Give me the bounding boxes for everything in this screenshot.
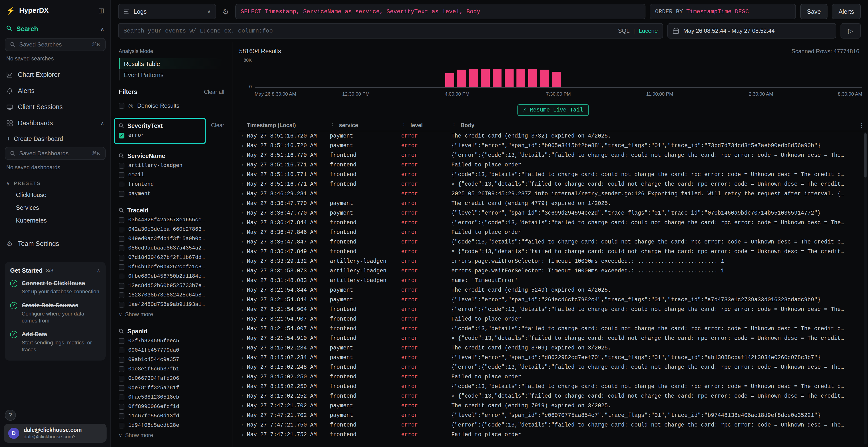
select-query-input[interactable]: SELECT Timestamp, ServiceName as service… — [235, 4, 646, 19]
log-row[interactable]: May 27 8:15:02.250 AM frontend error Fai… — [238, 372, 867, 382]
row-expand-icon[interactable] — [238, 191, 247, 197]
row-expand-icon[interactable] — [238, 422, 247, 428]
show-more-link[interactable]: Show more — [119, 430, 224, 440]
row-expand-icon[interactable] — [238, 249, 247, 254]
row-expand-icon[interactable] — [238, 172, 247, 177]
facet-option[interactable]: 0ff8990066efcf1d — [119, 402, 224, 411]
facet-checkbox[interactable] — [119, 293, 124, 298]
histogram-bar[interactable] — [540, 70, 549, 87]
sidebar-item-clickhouse[interactable]: ClickHouse — [0, 188, 111, 201]
facet-option[interactable]: artillery-loadgen — [119, 161, 224, 170]
sidebar-collapse-icon[interactable]: ◫ — [98, 7, 104, 14]
clear-all-filters-link[interactable]: Clear all — [204, 89, 224, 95]
log-row[interactable]: May 27 8:51:16.720 AM payment error The … — [238, 131, 867, 141]
row-expand-icon[interactable] — [238, 162, 247, 168]
filter-group-header[interactable]: SpanId — [119, 326, 224, 336]
get-started-item[interactable]: Add Data Start sending logs, metrics, or… — [10, 331, 100, 353]
filter-group-header[interactable]: ServiceName — [119, 151, 224, 161]
facet-checkbox[interactable] — [119, 413, 124, 419]
facet-checkbox[interactable] — [119, 338, 124, 344]
histogram-bar[interactable] — [445, 73, 454, 88]
histogram-bar[interactable] — [469, 69, 478, 87]
facet-checkbox[interactable] — [119, 283, 124, 289]
log-row[interactable]: May 27 8:21:54.907 AM frontend error Fai… — [238, 314, 867, 324]
log-row[interactable]: May 27 8:31:53.073 AM artillery-loadgen … — [238, 266, 867, 276]
facet-checkbox[interactable] — [119, 376, 124, 381]
facet-option[interactable]: 0f94b9befe0b4252ccfa1c8… — [119, 262, 224, 272]
sidebar-item-alerts[interactable]: Alerts — [0, 83, 111, 99]
log-row[interactable]: May 27 8:36:47.844 AM frontend error {"e… — [238, 218, 867, 228]
get-started-item[interactable]: Connect to ClickHouse Set up your databa… — [10, 279, 100, 295]
facet-option[interactable]: 03b44828f42a3573ea655ce… — [119, 215, 224, 225]
log-row[interactable]: May 27 7:47:21.752 AM frontend error Fai… — [238, 430, 867, 440]
order-by-input[interactable]: ORDER BY TimestampTime DESC — [650, 4, 796, 19]
histogram-bar[interactable] — [517, 69, 525, 87]
facet-checkbox[interactable] — [119, 302, 124, 308]
row-expand-icon[interactable] — [238, 307, 247, 312]
get-started-item[interactable]: Create Data Sources Configure where your… — [10, 302, 100, 324]
row-expand-icon[interactable] — [238, 153, 247, 158]
log-row[interactable]: May 27 8:36:47.770 AM payment error The … — [238, 199, 867, 208]
row-expand-icon[interactable] — [238, 259, 247, 264]
saved-searches-button[interactable]: Saved Searches ⌘K — [5, 38, 105, 51]
row-expand-icon[interactable] — [238, 278, 247, 283]
log-row[interactable]: May 27 8:15:02.250 AM frontend error {"c… — [238, 382, 867, 391]
source-selector[interactable]: Logs ∨ — [118, 4, 216, 19]
facet-checkbox[interactable] — [119, 163, 124, 169]
row-expand-icon[interactable] — [238, 316, 247, 322]
log-row[interactable]: May 27 8:36:47.770 AM payment error {"le… — [238, 208, 867, 218]
row-expand-icon[interactable] — [238, 230, 247, 235]
log-row[interactable]: May 27 7:47:21.750 AM frontend error {"e… — [238, 420, 867, 430]
row-expand-icon[interactable] — [238, 403, 247, 409]
facet-option[interactable]: 042a30c3dc1baf660b27863… — [119, 225, 224, 234]
facet-option[interactable]: 03f7b824595feec5 — [119, 336, 224, 346]
facet-option[interactable]: 0fae5381230518cb — [119, 392, 224, 402]
col-header-body[interactable]: ⋮Body — [452, 122, 857, 129]
row-expand-icon[interactable] — [238, 413, 247, 418]
log-row[interactable]: May 27 8:15:02.248 AM frontend error {"e… — [238, 363, 867, 372]
row-expand-icon[interactable] — [238, 365, 247, 370]
facet-checkbox[interactable] — [119, 385, 124, 391]
lucene-mode-toggle[interactable]: Lucene — [639, 28, 658, 34]
row-expand-icon[interactable] — [238, 239, 247, 245]
log-row[interactable]: May 27 7:47:21.702 AM payment error {"le… — [238, 411, 867, 420]
facet-checkbox[interactable] — [119, 182, 124, 187]
histogram-bar[interactable] — [493, 69, 502, 87]
log-row[interactable]: May 27 8:15:02.252 AM frontend error × {… — [238, 391, 867, 401]
denoise-results-toggle[interactable]: ◎ Denoise Results — [119, 100, 224, 111]
log-row[interactable]: May 27 8:46:29.281 AM error 2025-05-26T0… — [238, 189, 867, 199]
facet-checkbox[interactable] — [119, 227, 124, 232]
table-scrollbar[interactable] — [864, 132, 867, 444]
row-expand-icon[interactable] — [238, 384, 247, 389]
source-settings-button[interactable]: ⚙ — [220, 4, 231, 19]
log-row[interactable]: May 27 8:36:47.846 AM frontend error Fai… — [238, 228, 867, 237]
facet-checkbox[interactable] — [119, 394, 124, 400]
sidebar-item-dashboards[interactable]: Dashboards ∧ — [0, 115, 111, 131]
facet-checkbox[interactable] — [119, 274, 124, 279]
facet-checkbox[interactable] — [119, 423, 124, 428]
facet-checkbox[interactable] — [119, 191, 124, 197]
facet-option[interactable]: email — [119, 170, 224, 180]
histogram-plot[interactable] — [255, 59, 862, 88]
column-divider-icon[interactable]: ⋮ — [401, 122, 406, 128]
denoise-checkbox[interactable] — [119, 103, 124, 109]
histogram-bar[interactable] — [528, 69, 537, 87]
facet-checkbox[interactable] — [119, 172, 124, 178]
column-divider-icon[interactable]: ⋮ — [452, 122, 457, 128]
log-row[interactable]: May 27 8:21:54.907 AM frontend error {"c… — [238, 324, 867, 334]
row-expand-icon[interactable] — [238, 297, 247, 303]
row-expand-icon[interactable] — [238, 220, 247, 226]
row-expand-icon[interactable] — [238, 143, 247, 148]
facet-checkbox[interactable] — [119, 357, 124, 363]
facet-option[interactable]: payment — [119, 189, 224, 199]
filter-group-header[interactable]: SeverityText — [119, 121, 201, 131]
facet-option[interactable]: 0fbe680eb456750b2d1184c… — [119, 272, 224, 281]
log-row[interactable]: May 27 8:21:54.844 AM payment error {"le… — [238, 295, 867, 305]
create-dashboard-button[interactable]: + Create Dashboard — [0, 131, 111, 146]
row-expand-icon[interactable] — [238, 345, 247, 351]
log-row[interactable]: May 27 8:15:02.234 AM payment error {"le… — [238, 353, 867, 363]
facet-checkbox[interactable] — [119, 404, 124, 410]
log-row[interactable]: May 27 8:21:54.844 AM payment error The … — [238, 285, 867, 295]
row-expand-icon[interactable] — [238, 210, 247, 216]
histogram-bar[interactable] — [481, 69, 490, 87]
